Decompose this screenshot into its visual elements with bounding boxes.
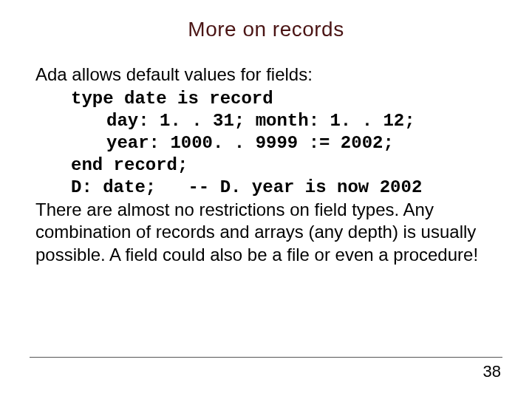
code-line-3: year: 1000. . 9999 := 2002; xyxy=(35,132,502,154)
slide: More on records Ada allows default value… xyxy=(0,0,532,399)
page-number: 38 xyxy=(483,362,501,381)
code-line-2: day: 1. . 31; month: 1. . 12; xyxy=(35,110,502,132)
code-line-4: end record; xyxy=(35,154,502,177)
code-line-5: D: date; -- D. year is now 2002 xyxy=(35,177,502,199)
intro-paragraph: Ada allows default values for fields: xyxy=(35,64,502,86)
slide-body: Ada allows default values for fields: ty… xyxy=(35,64,502,268)
divider xyxy=(30,357,502,358)
code-line-1: type date is record xyxy=(35,88,502,110)
slide-title: More on records xyxy=(0,18,532,41)
closing-paragraph: There are almost no restrictions on fiel… xyxy=(35,199,502,267)
